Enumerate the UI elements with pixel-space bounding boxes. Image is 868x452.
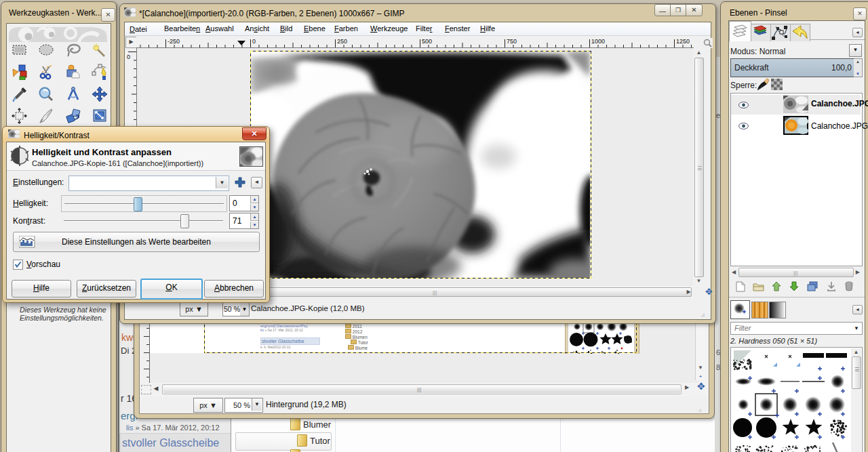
svg-text:-250: -250 [167, 38, 180, 45]
svg-text:750: 750 [507, 38, 517, 45]
svg-text:0: 0 [127, 54, 130, 60]
svg-text:500: 500 [422, 38, 432, 45]
svg-text:1000: 1000 [591, 38, 605, 45]
svg-text:1250: 1250 [676, 38, 690, 45]
svg-text:250: 250 [337, 38, 347, 45]
svg-text:0: 0 [252, 38, 256, 45]
